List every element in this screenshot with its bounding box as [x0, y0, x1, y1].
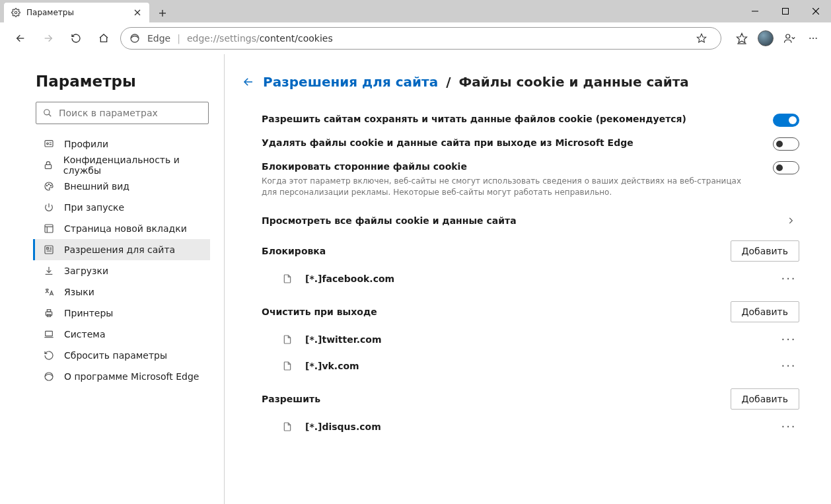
nav-back-button[interactable] [9, 27, 32, 50]
sidebar-item-reset[interactable]: Сбросить параметры [33, 345, 210, 366]
svg-point-26 [50, 185, 51, 186]
sidebar-item-label: Страница новой вкладки [64, 223, 187, 234]
tab-close-button[interactable] [132, 7, 143, 18]
gear-icon [11, 7, 21, 18]
sidebar-item-privacy[interactable]: Конфиденциальность и службы [33, 155, 210, 176]
sidebar-item-on-startup[interactable]: При запуске [33, 197, 210, 218]
svg-rect-39 [46, 331, 53, 336]
sidebar-item-about[interactable]: О программе Microsoft Edge [33, 366, 210, 387]
address-protocol-label: Edge [147, 33, 170, 44]
sidebar-item-label: Профили [64, 139, 108, 149]
address-separator: | [177, 33, 180, 44]
svg-point-15 [786, 34, 790, 38]
avatar-icon [758, 30, 774, 46]
window-close-button[interactable] [801, 0, 831, 22]
sidebar-item-appearance[interactable]: Внешний вид [33, 176, 210, 197]
nav-forward-button[interactable] [37, 27, 59, 50]
edge-icon [43, 371, 55, 382]
svg-point-17 [813, 37, 814, 38]
svg-rect-37 [47, 310, 50, 312]
add-block-button[interactable]: Добавить [731, 240, 799, 262]
nav-home-button[interactable] [92, 27, 115, 50]
download-icon [43, 265, 55, 277]
search-icon [43, 108, 52, 118]
window-maximize-button[interactable] [770, 0, 801, 22]
feedback-button[interactable] [778, 27, 801, 50]
site-domain: [*.]disqus.com [305, 421, 778, 432]
favorites-button[interactable] [731, 27, 753, 50]
sidebar-item-label: Языки [64, 287, 94, 297]
svg-rect-27 [45, 225, 53, 233]
favorite-star-icon[interactable] [690, 27, 713, 50]
setting-label: Блокировать сторонние файлы cookie [262, 161, 750, 172]
sidebar-item-profiles[interactable]: Профили [33, 133, 210, 155]
profile-avatar[interactable] [754, 27, 777, 50]
site-item: [*.]twitter.com ··· [242, 326, 799, 353]
browser-tab[interactable]: Параметры [4, 3, 149, 22]
grid-page-icon [43, 223, 55, 234]
setting-see-all-cookies[interactable]: Просмотреть все файлы cookie и данные са… [242, 210, 799, 231]
file-icon [281, 359, 293, 373]
setting-label: Просмотреть все файлы cookie и данные са… [262, 215, 517, 226]
address-bar[interactable]: Edge | edge://settings/content/cookies [120, 27, 721, 50]
site-actions-button[interactable]: ··· [778, 268, 799, 289]
toggle-allow-cookies[interactable] [773, 114, 799, 127]
sidebar-item-system[interactable]: Система [33, 324, 210, 345]
settings-search-input[interactable] [59, 108, 201, 118]
site-item: [*.]vk.com ··· [242, 353, 799, 379]
sidebar-item-label: Внешний вид [64, 181, 129, 192]
window-minimize-button[interactable] [740, 0, 770, 22]
sidebar-item-languages[interactable]: Языки [33, 281, 210, 303]
toggle-clear-on-exit[interactable] [773, 137, 799, 151]
setting-allow-cookies: Разрешить сайтам сохранять и читать данн… [242, 108, 799, 132]
printer-icon [43, 307, 55, 319]
breadcrumb-current: Файлы cookie и данные сайта [458, 74, 688, 90]
laptop-icon [43, 328, 55, 340]
add-allow-button[interactable]: Добавить [731, 388, 799, 410]
app-menu-button[interactable] [802, 27, 824, 50]
section-title: Блокировка [262, 246, 326, 256]
add-clear-button[interactable]: Добавить [731, 301, 799, 322]
svg-point-11 [131, 34, 139, 42]
site-actions-button[interactable]: ··· [778, 329, 799, 350]
sidebar-item-new-tab-page[interactable]: Страница новой вкладки [33, 218, 210, 239]
sidebar-item-site-permissions[interactable]: Разрешения для сайта [33, 239, 210, 260]
breadcrumb-back-button[interactable] [242, 75, 255, 89]
sidebar-item-printers[interactable]: Принтеры [33, 303, 210, 324]
svg-marker-13 [737, 33, 747, 42]
svg-point-24 [46, 185, 47, 186]
site-actions-button[interactable]: ··· [778, 416, 799, 437]
address-url: edge://settings/content/cookies [187, 33, 333, 44]
reset-icon [43, 349, 55, 361]
sidebar-title: Параметры [36, 73, 211, 90]
svg-point-19 [44, 110, 50, 115]
file-icon [281, 419, 293, 434]
nav-refresh-button[interactable] [65, 27, 87, 50]
titlebar: Параметры [0, 0, 831, 22]
browser-toolbar: Edge | edge://settings/content/cookies [0, 22, 831, 54]
section-title: Очистить при выходе [262, 306, 377, 317]
sidebar-item-label: При запуске [64, 202, 124, 213]
new-tab-button[interactable] [153, 4, 172, 22]
sidebar-item-label: Принтеры [64, 308, 113, 318]
svg-line-20 [49, 114, 52, 117]
section-title: Разрешить [262, 394, 320, 404]
site-item: [*.]disqus.com ··· [242, 414, 799, 440]
svg-point-22 [47, 143, 49, 145]
toggle-block-thirdparty[interactable] [773, 161, 799, 174]
section-block-header: Блокировка Добавить [242, 231, 799, 266]
svg-point-0 [15, 11, 17, 14]
setting-block-thirdparty: Блокировать сторонние файлы cookie Когда… [242, 156, 799, 203]
sidebar-item-label: Разрешения для сайта [64, 244, 175, 255]
svg-point-16 [809, 37, 811, 38]
section-allow-header: Разрешить Добавить [242, 379, 799, 414]
sidebar-nav: Профили Конфиденциальность и службы Внеш… [33, 133, 211, 387]
svg-point-18 [816, 37, 817, 38]
sidebar-item-downloads[interactable]: Загрузки [33, 260, 210, 281]
site-domain: [*.]vk.com [305, 361, 778, 371]
breadcrumb-parent-link[interactable]: Разрешения для сайта [263, 74, 438, 90]
settings-search[interactable] [36, 102, 209, 124]
sidebar-divider [224, 54, 225, 504]
site-actions-button[interactable]: ··· [778, 355, 799, 377]
window-controls [740, 0, 831, 22]
